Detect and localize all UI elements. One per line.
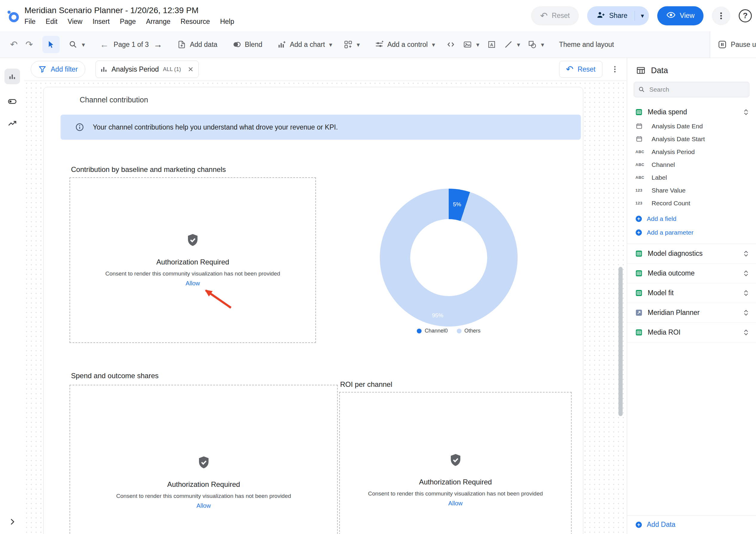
- report-page[interactable]: Channel contribution Your channel contri…: [43, 87, 583, 534]
- donut-chart-container[interactable]: 5% 95%: [380, 189, 518, 326]
- primary-source-name: Media spend: [648, 108, 737, 116]
- field-row[interactable]: ABC Analysis Period: [627, 145, 756, 158]
- menu-insert[interactable]: Insert: [87, 16, 115, 27]
- legend-item-others[interactable]: Others: [457, 328, 481, 334]
- page-indicator[interactable]: Page 1 of 3: [111, 36, 151, 53]
- sidebar-report-tab[interactable]: [5, 69, 20, 84]
- source-row-model-fit[interactable]: Model fit: [627, 283, 756, 303]
- source-name: Meridian Planner: [648, 309, 737, 317]
- source-row-model-diagnostics[interactable]: Model diagnostics: [627, 244, 756, 264]
- text-button[interactable]: A: [485, 36, 499, 53]
- allow-link[interactable]: Allow: [197, 502, 211, 509]
- text-box-icon: A: [487, 40, 496, 49]
- viz-placeholder-spend-shares[interactable]: Authorization Required Consent to render…: [69, 385, 338, 534]
- field-row[interactable]: ABC Label: [627, 171, 756, 184]
- filter-bar-menu-button[interactable]: [611, 65, 619, 73]
- theme-layout-button[interactable]: Theme and layout: [557, 36, 616, 53]
- field-row[interactable]: 123 Share Value: [627, 184, 756, 197]
- source-row-media-roi[interactable]: Media ROI: [627, 323, 756, 342]
- app-header: Meridian Scenario Planner - 1/20/26, 12:…: [0, 0, 756, 31]
- menu-file[interactable]: File: [19, 16, 40, 27]
- add-parameter-button[interactable]: Add a parameter: [627, 226, 756, 239]
- add-parameter-label: Add a parameter: [647, 229, 693, 236]
- select-tool-button[interactable]: [42, 36, 60, 53]
- shield-check-icon: [197, 455, 211, 469]
- menu-page[interactable]: Page: [115, 16, 141, 27]
- redo-button[interactable]: ↷: [23, 36, 35, 53]
- page-forward-button[interactable]: →: [151, 36, 165, 53]
- search-icon: [638, 86, 645, 94]
- shape-button[interactable]: ▾: [526, 36, 547, 53]
- sidebar-insights-tab[interactable]: [8, 119, 17, 128]
- add-filter-button[interactable]: Add filter: [31, 61, 85, 78]
- menu-arrange[interactable]: Arrange: [141, 16, 176, 27]
- donut-chart[interactable]: [380, 189, 518, 326]
- filter-bar: Add filter Analysis Period ALL (1) ↶ Res…: [24, 58, 627, 81]
- header-reset-button[interactable]: ↶ Reset: [531, 6, 579, 25]
- menu-help[interactable]: Help: [215, 16, 239, 27]
- info-icon: [75, 122, 84, 132]
- image-button[interactable]: ▾: [461, 36, 482, 53]
- add-data-icon: [177, 40, 186, 49]
- auth-required-message: Consent to render this community visuali…: [116, 493, 291, 499]
- abc-text-icon: ABC: [635, 150, 648, 154]
- community-viz-button[interactable]: ▾: [341, 36, 363, 53]
- view-button[interactable]: View: [657, 6, 704, 25]
- unfold-more-icon[interactable]: [742, 309, 750, 317]
- document-title[interactable]: Meridian Scenario Planner - 1/20/26, 12:…: [24, 5, 239, 16]
- undo-icon: ↶: [540, 11, 548, 20]
- share-split-divider: [634, 11, 635, 21]
- field-row[interactable]: Analysis Date End: [627, 120, 756, 132]
- source-row-media-outcome[interactable]: Media outcome: [627, 264, 756, 283]
- legend-item-channel0[interactable]: Channel0: [417, 328, 447, 334]
- undo-button[interactable]: ↶: [8, 36, 20, 53]
- unfold-more-icon[interactable]: [742, 289, 750, 297]
- search-input[interactable]: [649, 86, 745, 94]
- toggle-icon: [8, 97, 17, 106]
- primary-source-row[interactable]: Media spend: [627, 104, 756, 120]
- source-name: Model fit: [648, 289, 737, 297]
- sidebar-expand-button[interactable]: [0, 517, 24, 526]
- filter-reset-button[interactable]: ↶ Reset: [559, 61, 602, 78]
- unfold-more-icon[interactable]: [742, 328, 750, 336]
- add-data-button-bottom[interactable]: Add Data: [627, 516, 756, 534]
- sidebar-controls-tab[interactable]: [8, 97, 17, 106]
- more-options-button[interactable]: [712, 7, 730, 25]
- add-chart-button[interactable]: Add a chart ▾: [275, 36, 335, 53]
- zoom-tool-button[interactable]: ▾: [66, 36, 87, 53]
- line-button[interactable]: ▾: [501, 36, 523, 53]
- analysis-period-filter-chip[interactable]: Analysis Period ALL (1): [95, 61, 199, 78]
- blend-button[interactable]: Blend: [230, 36, 265, 53]
- share-dropdown-caret-icon[interactable]: ▾: [641, 13, 644, 19]
- field-row[interactable]: ABC Channel: [627, 158, 756, 171]
- menu-edit[interactable]: Edit: [40, 16, 63, 27]
- help-icon[interactable]: ?: [739, 9, 752, 22]
- menu-view[interactable]: View: [63, 16, 87, 27]
- canvas-scrollbar[interactable]: [618, 267, 623, 416]
- info-banner: Your channel contributions help you unde…: [61, 115, 581, 140]
- add-data-button[interactable]: Add data: [175, 36, 220, 53]
- collapse-fields-icon[interactable]: [742, 108, 750, 116]
- source-row-meridian-planner[interactable]: Meridian Planner: [627, 303, 756, 323]
- data-search-box[interactable]: [634, 82, 749, 97]
- embed-code-button[interactable]: [444, 36, 458, 53]
- field-row[interactable]: Analysis Date Start: [627, 132, 756, 145]
- viz-placeholder-roi[interactable]: Authorization Required Consent to render…: [339, 392, 572, 534]
- person-add-icon: [596, 11, 605, 21]
- allow-link[interactable]: Allow: [448, 500, 463, 507]
- menu-resource[interactable]: Resource: [176, 16, 215, 27]
- share-button[interactable]: Share ▾: [587, 6, 649, 25]
- legend-dot-others: [457, 329, 462, 333]
- unfold-more-icon[interactable]: [742, 249, 750, 258]
- viz-placeholder-contribution[interactable]: Authorization Required Consent to render…: [69, 177, 316, 343]
- shield-check-icon: [448, 453, 463, 467]
- page-back-button[interactable]: ←: [97, 36, 111, 53]
- unfold-more-icon[interactable]: [742, 269, 750, 277]
- add-field-button[interactable]: Add a field: [627, 212, 756, 226]
- shape-caret-icon: ▾: [541, 42, 544, 48]
- field-row[interactable]: 123 Record Count: [627, 197, 756, 210]
- community-viz-icon: [344, 40, 353, 49]
- chip-close-icon[interactable]: [187, 66, 194, 73]
- add-control-button[interactable]: Add a control ▾: [372, 36, 437, 53]
- pause-updates-button[interactable]: Pause u: [710, 31, 756, 58]
